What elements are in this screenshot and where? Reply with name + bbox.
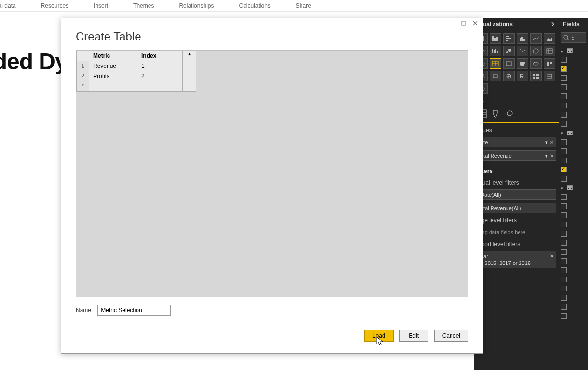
column-header[interactable]: Metric <box>89 51 137 61</box>
add-column-button[interactable]: * <box>183 51 196 61</box>
ribbon-tab[interactable]: Share <box>288 2 319 9</box>
field-item[interactable] <box>559 165 588 174</box>
remove-field-icon[interactable]: ✕ <box>550 140 554 145</box>
checkbox-icon[interactable] <box>561 304 567 310</box>
viz-type-icon[interactable] <box>530 71 542 81</box>
viz-type-icon[interactable] <box>544 33 555 44</box>
checkbox-icon[interactable] <box>561 57 567 63</box>
viz-type-icon[interactable] <box>517 46 528 56</box>
checkbox-icon[interactable] <box>561 313 567 319</box>
field-item[interactable] <box>559 220 588 229</box>
checkbox-icon[interactable] <box>561 286 567 291</box>
viz-type-icon[interactable] <box>544 71 555 81</box>
fields-header[interactable]: Fields <box>559 18 588 30</box>
field-item[interactable] <box>559 284 588 293</box>
viz-type-icon[interactable] <box>544 46 555 56</box>
checkbox-icon[interactable] <box>561 112 567 118</box>
table-row[interactable]: ▾ <box>559 183 588 192</box>
checkbox-icon[interactable] <box>561 267 567 273</box>
field-item[interactable] <box>559 265 588 275</box>
checkbox-icon[interactable] <box>561 231 567 237</box>
viz-type-icon[interactable] <box>530 58 542 69</box>
viz-type-icon[interactable] <box>530 46 542 56</box>
field-item[interactable] <box>559 110 588 119</box>
viz-type-icon[interactable] <box>490 46 501 56</box>
field-item[interactable] <box>559 73 588 82</box>
ribbon-tab[interactable]: rnal data <box>0 2 24 9</box>
field-well[interactable]: otal Revenue ▾✕ <box>477 150 556 161</box>
edit-button[interactable]: Edit <box>399 330 428 342</box>
checkbox-icon[interactable] <box>561 222 567 227</box>
visualizations-header[interactable]: isualizations <box>474 18 559 30</box>
field-item[interactable] <box>559 311 588 320</box>
chevron-down-icon[interactable]: ▾ <box>545 139 548 145</box>
checkbox-icon[interactable] <box>561 121 567 127</box>
checkbox-icon[interactable] <box>561 194 567 200</box>
checkbox-icon[interactable] <box>561 66 567 72</box>
report-filter-card[interactable]: ✕ ear s 2015, 2017 or 2016 <box>477 251 556 268</box>
checkbox-icon[interactable] <box>561 277 567 282</box>
ribbon-tab[interactable]: Insert <box>86 2 116 9</box>
viz-type-icon[interactable] <box>544 58 555 69</box>
viz-type-icon[interactable] <box>503 58 515 69</box>
viz-type-icon[interactable] <box>503 46 515 56</box>
cell[interactable] <box>137 81 183 92</box>
cell[interactable]: 2 <box>137 71 183 81</box>
viz-type-icon[interactable] <box>503 33 515 44</box>
ribbon-tab[interactable]: Themes <box>125 2 162 9</box>
viz-type-icon[interactable]: R <box>517 71 528 81</box>
cell[interactable] <box>183 81 196 92</box>
checkbox-icon[interactable] <box>561 75 567 81</box>
checkbox-icon[interactable] <box>561 148 567 154</box>
field-item[interactable] <box>559 174 588 183</box>
checkbox-icon[interactable] <box>561 240 567 246</box>
add-row-button[interactable]: * <box>77 81 89 92</box>
table-row[interactable]: ▾ <box>559 128 588 137</box>
checkbox-icon[interactable] <box>561 212 567 218</box>
checkbox-icon[interactable] <box>561 84 567 90</box>
filter-card[interactable]: otal Revenue(All) <box>477 203 556 213</box>
field-item[interactable] <box>559 82 588 92</box>
remove-field-icon[interactable]: ✕ <box>550 153 554 159</box>
viz-type-icon[interactable] <box>530 33 542 44</box>
checkbox-icon[interactable] <box>561 176 567 182</box>
checkbox-icon[interactable] <box>561 258 567 264</box>
table-name-input[interactable] <box>97 305 171 316</box>
field-item[interactable] <box>559 55 588 64</box>
checkbox-icon[interactable] <box>561 249 567 255</box>
drop-hint[interactable]: rag data fields here <box>477 227 556 238</box>
maximize-button[interactable] <box>458 19 469 27</box>
ribbon-tab[interactable]: Relationships <box>171 2 221 9</box>
viz-type-icon[interactable] <box>503 71 515 81</box>
checkbox-icon[interactable] <box>561 295 567 301</box>
cell[interactable]: 1 <box>137 61 183 71</box>
column-header[interactable]: Index <box>137 51 183 61</box>
analytics-tab-icon[interactable] <box>506 109 516 120</box>
checkbox-icon[interactable] <box>561 203 567 209</box>
field-item[interactable] <box>559 256 588 265</box>
field-item[interactable] <box>559 156 588 165</box>
close-button[interactable] <box>469 19 481 27</box>
field-item[interactable] <box>559 275 588 284</box>
chevron-down-icon[interactable]: ▾ <box>545 153 548 159</box>
table-row[interactable]: ▸ <box>559 46 588 55</box>
field-item[interactable] <box>559 201 588 211</box>
checkbox-icon[interactable] <box>561 167 567 172</box>
field-item[interactable] <box>559 137 588 146</box>
format-tab-icon[interactable] <box>492 109 501 120</box>
ribbon-tab[interactable]: Calculations <box>231 2 278 9</box>
viz-type-icon[interactable] <box>517 33 528 44</box>
remove-filter-icon[interactable]: ✕ <box>550 253 554 259</box>
viz-more-icon[interactable]: … <box>474 95 559 105</box>
cell[interactable] <box>89 81 137 92</box>
field-well[interactable]: ate ▾✕ <box>477 137 556 147</box>
field-item[interactable] <box>559 192 588 201</box>
field-item[interactable] <box>559 247 588 256</box>
ribbon-tab[interactable]: Resources <box>33 2 76 9</box>
checkbox-icon[interactable] <box>561 139 567 145</box>
field-item[interactable] <box>559 302 588 311</box>
filter-card[interactable]: Date(All) <box>477 189 556 200</box>
cell[interactable]: Profits <box>89 71 137 81</box>
load-button[interactable]: Load <box>364 330 394 342</box>
field-item[interactable] <box>559 101 588 110</box>
